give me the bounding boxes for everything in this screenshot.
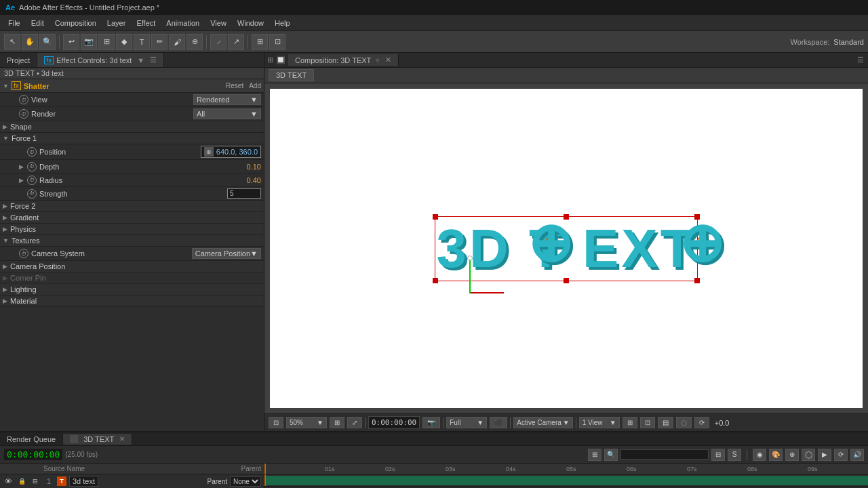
solo-btn[interactable]: S	[728, 449, 741, 461]
viewer-tab-active[interactable]: 3D TEXT	[269, 69, 314, 81]
full-screen-btn[interactable]: ⤢	[347, 417, 362, 428]
camera-dropdown[interactable]: Active Camera ▼	[513, 417, 572, 428]
layer-parent-select[interactable]: None	[230, 476, 261, 487]
zoom-dropdown[interactable]: 50% ▼	[286, 417, 327, 428]
toggle-views-btn[interactable]: ⊞	[623, 417, 637, 428]
comp-timecode[interactable]: 0:00:00:00	[368, 416, 420, 429]
depth-stopwatch[interactable]: ⏱	[27, 162, 37, 171]
play-btn[interactable]: ▶	[818, 449, 831, 461]
layer-eye[interactable]: 👁	[3, 476, 14, 487]
textures-arrow[interactable]: ▼	[3, 237, 9, 244]
menu-layer[interactable]: Layer	[102, 18, 132, 28]
depth-value[interactable]: 0.10	[220, 163, 261, 171]
cam-pos-arrow[interactable]: ▶	[3, 263, 7, 270]
force1-arrow[interactable]: ▼	[3, 135, 9, 142]
force2-arrow[interactable]: ▶	[3, 203, 7, 209]
new-comp-btn[interactable]: ⊞	[588, 449, 601, 461]
radius-stopwatch[interactable]: ⏱	[27, 176, 37, 185]
menu-composition[interactable]: Composition	[50, 18, 102, 28]
3d-text-tab-close[interactable]: ✕	[119, 435, 125, 443]
depth-expand[interactable]: ▶	[19, 163, 26, 170]
view-layout-dropdown[interactable]: 1 View ▼	[579, 417, 620, 428]
tool-select[interactable]: ↖	[4, 34, 20, 50]
add-button[interactable]: Add	[249, 82, 261, 89]
tab-project[interactable]: Project	[0, 53, 37, 67]
timeline-search[interactable]	[620, 449, 709, 460]
quality-dropdown[interactable]: Full ▼	[446, 417, 487, 428]
loop-btn[interactable]: ⟳	[834, 449, 848, 461]
tool-align2[interactable]: ⊡	[269, 34, 285, 50]
render-dropdown[interactable]: All ▼	[193, 108, 261, 119]
zoom-to-fit-btn[interactable]: ⊡	[269, 417, 283, 428]
tool-hand[interactable]: ✋	[22, 34, 38, 50]
tool-pen[interactable]: ✏	[151, 34, 167, 50]
layer-lock[interactable]: 🔒	[16, 476, 27, 487]
motion-blur-btn[interactable]: ◌	[676, 417, 692, 428]
paint-bucket-btn[interactable]: 🎨	[769, 449, 783, 461]
strength-stopwatch[interactable]: ⏱	[27, 189, 37, 199]
layer-bar-1[interactable]	[264, 476, 868, 485]
shatter-collapse[interactable]: ▼	[3, 83, 9, 89]
cam-sys-stopwatch[interactable]: ⏱	[19, 249, 28, 258]
radius-value[interactable]: 0.40	[220, 176, 261, 184]
radius-expand[interactable]: ▶	[19, 177, 26, 184]
mask-btn[interactable]: ◯	[802, 449, 815, 461]
pos-stopwatch[interactable]: ⏱	[27, 147, 37, 157]
tool-clone[interactable]: ⊕	[186, 34, 203, 50]
new-layer-btn[interactable]: ◉	[753, 449, 766, 461]
tab-options[interactable]: ☰	[150, 56, 157, 64]
render-stopwatch[interactable]: ⏱	[19, 109, 28, 119]
comp-tab-3dtext[interactable]: Composition: 3D TEXT ▼ ✕	[288, 54, 399, 66]
comp-close[interactable]: ✕	[385, 56, 391, 64]
comp-dropdown-arrow[interactable]: ▼	[374, 56, 381, 64]
tool-null[interactable]: ◆	[116, 34, 132, 50]
material-arrow[interactable]: ▶	[3, 298, 7, 304]
pixel-aspect-btn[interactable]: ⊞	[330, 417, 344, 428]
menu-edit[interactable]: Edit	[26, 18, 50, 28]
stagger-btn[interactable]: ⊟	[711, 449, 725, 461]
live-update-btn[interactable]: ⟳	[694, 417, 709, 428]
physics-arrow[interactable]: ▶	[3, 226, 7, 232]
shape-arrow[interactable]: ▶	[3, 123, 7, 130]
position-value[interactable]: 640.0, 360.0	[216, 148, 258, 156]
timeline-timecode[interactable]: 0:00:00:00	[4, 449, 62, 460]
lighting-arrow[interactable]: ▶	[3, 286, 7, 293]
snapshot-btn[interactable]: 📷	[422, 417, 440, 428]
tab-render-queue[interactable]: Render Queue	[0, 434, 63, 445]
tool-text[interactable]: T	[134, 34, 150, 50]
menu-window[interactable]: Window	[232, 18, 269, 28]
audio-btn[interactable]: 🔊	[850, 449, 864, 461]
view-stopwatch[interactable]: ⏱	[19, 95, 28, 104]
layer-collapse[interactable]: ⊟	[30, 476, 41, 487]
gradient-arrow[interactable]: ▶	[3, 214, 7, 221]
menu-effect[interactable]: Effect	[131, 18, 161, 28]
tool-align1[interactable]: ⊞	[252, 34, 268, 50]
strength-input[interactable]	[227, 188, 261, 199]
tool-3d[interactable]: ⊞	[98, 34, 115, 50]
puppet-btn[interactable]: ⊕	[785, 449, 799, 461]
tool-paint[interactable]: 🖌	[169, 34, 185, 50]
view-options-btn[interactable]: ⊡	[640, 417, 655, 428]
fast-preview-btn[interactable]: ⬛	[490, 417, 507, 428]
comp-canvas[interactable]: 3D T ⊕ EXT ⊕	[270, 89, 863, 408]
render-layer-btn[interactable]: ▤	[658, 417, 673, 428]
tool-path1[interactable]: ⟋	[210, 34, 226, 50]
tool-zoom[interactable]: 🔍	[39, 34, 56, 50]
tab-effect-controls[interactable]: fx Effect Controls: 3d text ▼ ☰	[37, 53, 164, 67]
layer-name[interactable]: 3d text	[69, 476, 98, 487]
tool-undo[interactable]: ↩	[63, 34, 79, 50]
tab-3d-text[interactable]: 3D TEXT ✕	[63, 434, 132, 445]
menu-animation[interactable]: Animation	[161, 18, 205, 28]
reset-button[interactable]: Reset	[226, 82, 243, 89]
menu-file[interactable]: File	[3, 18, 26, 28]
tab-dropdown[interactable]: ▼	[137, 56, 144, 64]
view-dropdown[interactable]: Rendered ▼	[193, 94, 261, 105]
search-icon-btn[interactable]: 🔍	[604, 449, 618, 461]
tool-snapshot[interactable]: 📷	[81, 34, 97, 50]
menu-help[interactable]: Help	[269, 18, 296, 28]
tool-path2[interactable]: ↗	[228, 34, 244, 50]
camera-system-dropdown[interactable]: Camera Position ▼	[192, 248, 261, 259]
comp-options-btn[interactable]: ☰	[853, 56, 868, 64]
timeline-playhead[interactable]	[264, 464, 266, 474]
menu-view[interactable]: View	[205, 18, 232, 28]
